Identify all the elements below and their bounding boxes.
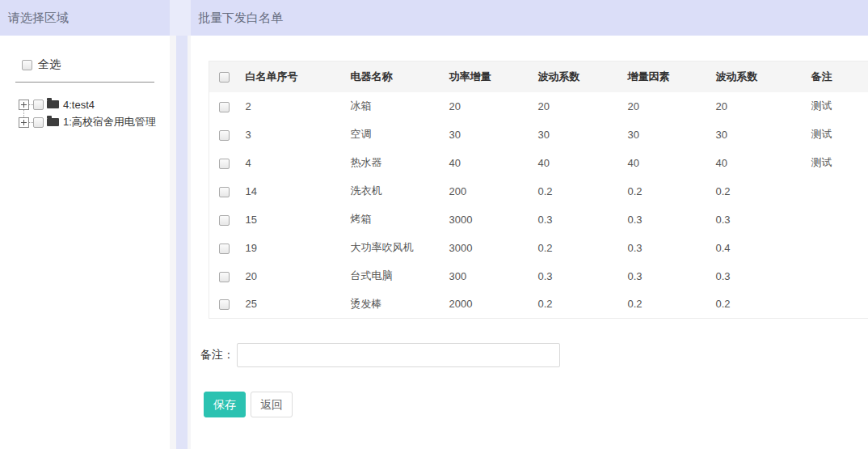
table-cell: 15 [239, 205, 344, 234]
panel-gap-top [170, 0, 191, 36]
table-cell: 20 [443, 92, 532, 121]
button-row: 保存 返回 [204, 392, 868, 417]
column-header: 白名单序号 [239, 61, 344, 92]
table-cell: 20 [622, 92, 710, 121]
row-checkbox-cell [209, 234, 239, 262]
table-cell: 25 [239, 290, 344, 319]
column-header: 功率增量 [443, 61, 532, 92]
remark-row: 备注： [200, 343, 868, 367]
row-checkbox[interactable] [219, 215, 230, 226]
table-cell [805, 262, 868, 290]
row-checkbox-cell [209, 121, 239, 149]
row-checkbox[interactable] [219, 102, 230, 112]
table-cell: 台式电脑 [344, 262, 443, 290]
table-cell [805, 205, 868, 234]
table-cell: 30 [622, 121, 710, 149]
table-cell: 0.3 [622, 234, 710, 262]
column-header: 增量因素 [622, 61, 710, 92]
tree-node-checkbox[interactable] [33, 100, 44, 110]
whitelist-table: 白名单序号电器名称功率增量波动系数增量因素波动系数备注 2冰箱20202020测… [209, 61, 868, 319]
row-checkbox-cell [209, 205, 239, 234]
column-header: 电器名称 [344, 61, 443, 92]
table-cell: 洗衣机 [344, 177, 443, 205]
table-cell: 30 [532, 121, 622, 149]
table-cell: 0.2 [622, 290, 710, 319]
row-checkbox[interactable] [219, 159, 230, 169]
table-cell: 3000 [443, 205, 532, 234]
table-row: 20台式电脑3000.30.30.3 [209, 262, 868, 290]
folder-icon [47, 100, 59, 108]
select-all-checkbox[interactable] [22, 60, 32, 70]
table-cell: 20 [532, 92, 622, 121]
table-cell: 空调 [344, 121, 443, 149]
row-checkbox[interactable] [219, 299, 230, 310]
table-row: 3空调30303030测试 [209, 121, 868, 149]
remark-input[interactable] [237, 343, 560, 367]
table-cell: 烤箱 [344, 205, 443, 234]
table-row: 2冰箱20202020测试 [209, 92, 868, 121]
whitelist-panel: 批量下发白名单 白名单序号电器名称功率增量波动系数增量因素波动系数备注 [191, 0, 868, 449]
table-cell: 14 [239, 177, 344, 205]
table-row: 14洗衣机2000.20.20.2 [209, 177, 868, 205]
table-cell: 0.3 [532, 205, 622, 234]
region-sidebar: 请选择区域 全选 4:test4 [0, 0, 170, 449]
table-cell: 冰箱 [344, 92, 443, 121]
table-cell: 0.2 [532, 290, 622, 319]
table-cell: 40 [443, 149, 532, 177]
table-cell: 测试 [805, 92, 868, 121]
table-cell: 19 [239, 234, 344, 262]
table-cell [805, 290, 868, 319]
row-checkbox-cell [209, 262, 239, 290]
tree-node-label[interactable]: 4:test4 [63, 99, 95, 111]
table-row: 4热水器40404040测试 [209, 149, 868, 177]
table-cell: 0.3 [710, 262, 805, 290]
table-header-checkbox-cell [209, 61, 239, 92]
row-checkbox[interactable] [219, 187, 230, 197]
back-button[interactable]: 返回 [251, 392, 293, 417]
folder-icon [47, 118, 59, 126]
table-cell: 0.2 [532, 234, 622, 262]
table-cell: 40 [622, 149, 710, 177]
row-checkbox-cell [209, 290, 239, 319]
table-cell: 0.3 [532, 262, 622, 290]
table-cell [805, 234, 868, 262]
tree-node-checkbox[interactable] [33, 117, 44, 128]
row-checkbox-cell [209, 92, 239, 121]
row-checkbox[interactable] [219, 130, 230, 141]
table-cell: 30 [443, 121, 532, 149]
table-cell: 0.2 [710, 177, 805, 205]
table-row: 25烫发棒20000.20.20.2 [209, 290, 868, 319]
sidebar-body: 全选 4:test4 1:高校宿舍用电管理 [0, 36, 170, 449]
row-checkbox-cell [209, 177, 239, 205]
row-checkbox[interactable] [219, 272, 230, 282]
table-cell: 40 [710, 149, 805, 177]
table-cell: 20 [239, 262, 344, 290]
select-all-row: 全选 [22, 57, 170, 72]
table-cell: 0.3 [622, 262, 710, 290]
expand-plus-icon[interactable] [19, 117, 29, 128]
table-cell: 20 [710, 92, 805, 121]
column-header: 波动系数 [532, 61, 622, 92]
tree-node-label[interactable]: 1:高校宿舍用电管理 [63, 115, 156, 129]
table-cell: 3 [239, 121, 344, 149]
table-cell: 200 [443, 177, 532, 205]
select-all-label: 全选 [38, 57, 61, 72]
table-select-all-checkbox[interactable] [219, 72, 230, 83]
expand-plus-icon[interactable] [19, 100, 29, 110]
table-cell: 测试 [805, 149, 868, 177]
table-cell: 0.2 [710, 290, 805, 319]
table-cell: 大功率吹风机 [344, 234, 443, 262]
column-header: 备注 [805, 61, 868, 92]
remark-label: 备注： [200, 348, 234, 362]
table-cell: 40 [532, 149, 622, 177]
table-cell: 烫发棒 [344, 290, 443, 319]
table-cell: 3000 [443, 234, 532, 262]
whitelist-table-body: 2冰箱20202020测试3空调30303030测试4热水器40404040测试… [209, 92, 868, 319]
table-cell: 30 [710, 121, 805, 149]
table-cell: 300 [443, 262, 532, 290]
row-checkbox[interactable] [219, 244, 230, 254]
table-row: 15烤箱30000.30.30.3 [209, 205, 868, 234]
save-button[interactable]: 保存 [204, 392, 246, 417]
table-cell: 0.3 [710, 205, 805, 234]
table-cell: 4 [239, 149, 344, 177]
